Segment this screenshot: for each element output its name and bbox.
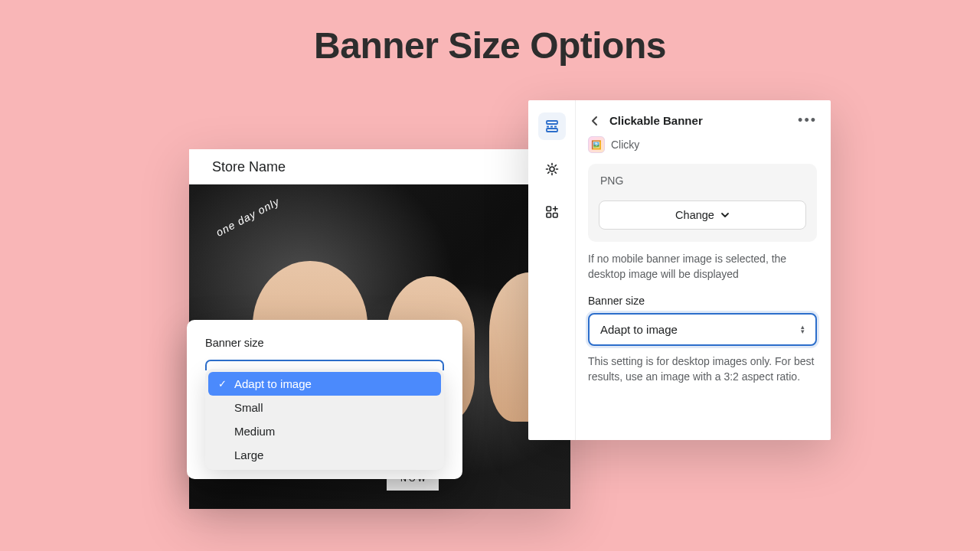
sections-rail-button[interactable] [538, 112, 566, 140]
svg-point-3 [550, 167, 554, 171]
banner-size-select[interactable]: Adapt to image ▴▾ [588, 313, 817, 346]
mobile-fallback-note: If no mobile banner image is selected, t… [588, 251, 817, 282]
banner-size-label: Banner size [588, 295, 817, 307]
check-icon: ✓ [216, 378, 228, 390]
option-label: Large [234, 448, 263, 461]
chevron-left-icon [590, 116, 600, 126]
svg-rect-6 [553, 214, 557, 218]
settings-panel: Clickable Banner ••• 🖼️ Clicky PNG Chang… [528, 100, 831, 440]
panel-header: Clickable Banner ••• [588, 112, 817, 129]
banner-size-help: This setting is for desktop images only.… [588, 354, 817, 385]
option-large[interactable]: ✓ Large [208, 443, 441, 467]
banner-size-options[interactable]: ✓ Adapt to image ✓ Small ✓ Medium ✓ Larg… [205, 369, 444, 470]
svg-rect-0 [547, 121, 557, 124]
app-icon: 🖼️ [588, 136, 605, 153]
apps-rail-button[interactable] [538, 198, 566, 226]
file-type-badge: PNG [599, 167, 806, 201]
banner-size-label: Banner size [205, 337, 444, 349]
panel-title: Clickable Banner [609, 114, 790, 127]
image-card: PNG Change [588, 164, 817, 242]
more-menu[interactable]: ••• [798, 112, 817, 129]
sidebar-rail [528, 100, 576, 440]
settings-rail-button[interactable] [538, 155, 566, 183]
option-label: Adapt to image [234, 377, 312, 390]
option-adapt-to-image[interactable]: ✓ Adapt to image [208, 372, 441, 396]
change-image-button[interactable]: Change [599, 201, 806, 230]
change-button-label: Change [675, 209, 714, 221]
apps-icon [544, 204, 560, 220]
banner-size-dropdown-popover: Banner size ✓ Adapt to image ✓ Small ✓ M… [187, 320, 462, 479]
option-label: Medium [234, 425, 275, 438]
app-name: Clicky [611, 139, 639, 151]
option-label: Small [234, 401, 263, 414]
hero-title: Banner Size Options [0, 24, 980, 67]
back-button[interactable] [588, 114, 602, 128]
app-indicator: 🖼️ Clicky [588, 136, 817, 153]
promo-overlay-text: one day only [214, 195, 281, 239]
banner-size-value: Adapt to image [600, 323, 678, 336]
option-medium[interactable]: ✓ Medium [208, 419, 441, 443]
panel-body: Clickable Banner ••• 🖼️ Clicky PNG Chang… [576, 100, 831, 440]
option-small[interactable]: ✓ Small [208, 396, 441, 419]
svg-rect-2 [547, 129, 557, 132]
sort-icon: ▴▾ [801, 324, 805, 334]
store-name: Store Name [189, 149, 570, 184]
chevron-down-icon [720, 210, 730, 220]
svg-rect-5 [547, 214, 551, 218]
svg-rect-4 [547, 207, 551, 211]
sections-icon [544, 119, 560, 134]
gear-icon [544, 161, 560, 177]
